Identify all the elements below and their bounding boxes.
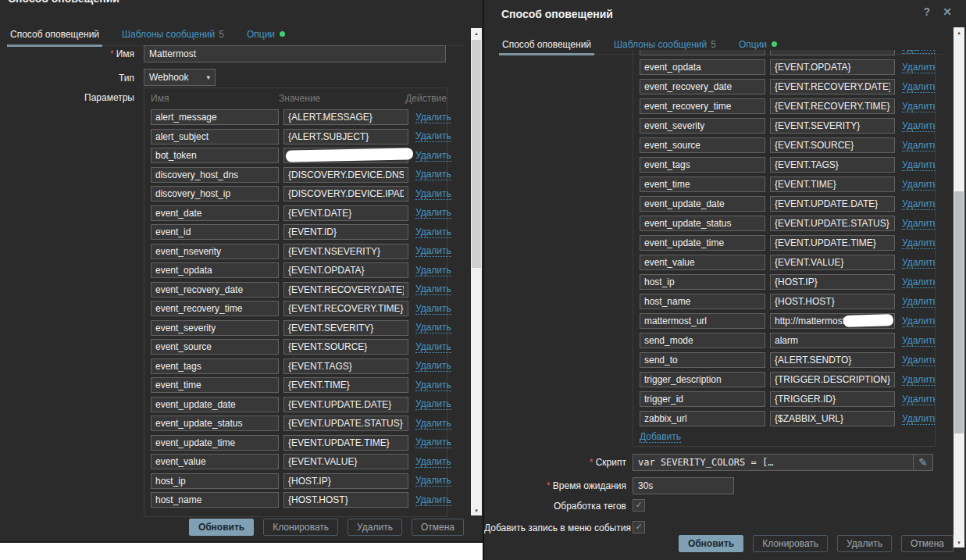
delete-param-link[interactable]: Удалить [415, 226, 451, 238]
param-name-input[interactable] [640, 372, 765, 387]
delete-param-link[interactable]: Удалить [902, 394, 936, 405]
param-name-input[interactable] [640, 235, 765, 251]
scroll-down-icon[interactable]: ▾ [471, 505, 482, 515]
param-name-input[interactable] [640, 391, 765, 407]
help-icon[interactable]: ? [923, 5, 930, 18]
delete-param-link[interactable]: Удалить [902, 316, 936, 327]
param-name-input[interactable] [640, 59, 765, 75]
delete-param-link[interactable]: Удалить [902, 179, 936, 191]
tab-media-type[interactable]: Способ оповещений [9, 29, 100, 40]
scroll-up-icon[interactable]: ▴ [954, 27, 964, 37]
param-value-input[interactable] [283, 129, 408, 144]
param-value-input[interactable] [283, 262, 408, 278]
param-name-input[interactable] [151, 186, 279, 202]
param-name-input[interactable] [151, 397, 279, 412]
param-name-input[interactable] [151, 416, 279, 431]
tab-options[interactable]: Опции [246, 29, 286, 40]
type-select[interactable]: Webhook ▾ [144, 69, 216, 86]
delete-param-link[interactable]: Удалить [415, 207, 451, 219]
param-name-input[interactable] [151, 282, 279, 298]
param-value-input[interactable] [770, 235, 895, 251]
scroll-down-icon[interactable]: ▾ [954, 537, 964, 548]
param-value-input[interactable] [770, 137, 895, 153]
clone-button[interactable]: Клонировать [753, 535, 828, 552]
param-name-input[interactable] [640, 79, 765, 95]
scroll-up-icon[interactable]: ▴ [471, 28, 482, 38]
param-name-input[interactable] [151, 301, 279, 316]
param-name-input[interactable] [151, 129, 279, 144]
param-name-input[interactable] [151, 473, 279, 489]
delete-param-link[interactable]: Удалить [415, 456, 451, 468]
add-parameter-link[interactable]: Добавить [640, 431, 681, 443]
param-value-input[interactable] [283, 320, 408, 336]
param-value-input[interactable] [770, 118, 895, 134]
param-value-input[interactable] [770, 333, 895, 348]
param-name-input[interactable] [151, 377, 279, 393]
param-value-input[interactable] [283, 186, 408, 202]
param-name-input[interactable] [640, 274, 765, 290]
update-button[interactable]: Обновить [189, 519, 254, 536]
delete-param-link[interactable]: Удалить [415, 494, 451, 506]
param-name-input[interactable] [151, 454, 279, 469]
delete-param-link[interactable]: Удалить [415, 303, 451, 315]
param-name-input[interactable] [151, 205, 279, 221]
update-button[interactable]: Обновить [679, 535, 743, 552]
scrollbar-thumb[interactable] [472, 40, 481, 268]
close-icon[interactable]: ✕ [943, 5, 952, 18]
param-value-input[interactable] [283, 167, 408, 183]
delete-param-link[interactable]: Удалить [902, 296, 936, 308]
delete-param-link[interactable]: Удалить [415, 130, 451, 142]
param-name-input[interactable] [640, 98, 765, 114]
tab-media-type[interactable]: Способ оповещений [501, 39, 592, 50]
delete-param-link[interactable]: Удалить [902, 218, 936, 230]
param-name-input[interactable] [640, 196, 765, 212]
param-value-input[interactable] [283, 282, 408, 298]
param-value-input[interactable] [770, 352, 895, 368]
delete-param-link[interactable]: Удалить [415, 169, 451, 180]
delete-param-link[interactable]: Удалить [902, 374, 936, 386]
delete-button[interactable]: Удалить [348, 519, 402, 536]
delete-param-link[interactable]: Удалить [415, 265, 451, 276]
delete-param-link[interactable]: Удалить [902, 198, 936, 210]
param-value-input[interactable] [770, 274, 895, 290]
delete-param-link[interactable]: Удалить [415, 341, 451, 353]
scrollbar-thumb[interactable] [954, 191, 964, 433]
param-name-input[interactable] [151, 224, 279, 240]
param-value-input[interactable] [283, 244, 408, 259]
delete-param-link[interactable]: Удалить [415, 398, 451, 410]
param-value-input[interactable] [283, 454, 408, 469]
param-name-input[interactable] [151, 358, 279, 374]
delete-param-link[interactable]: Удалить [902, 257, 936, 269]
param-name-input[interactable] [640, 177, 765, 192]
param-name-input[interactable] [640, 352, 765, 368]
param-name-input[interactable] [151, 435, 279, 451]
delete-param-link[interactable]: Удалить [415, 112, 451, 123]
delete-button[interactable]: Удалить [837, 535, 892, 552]
delete-param-link[interactable]: Удалить [415, 150, 451, 162]
timeout-input[interactable] [633, 477, 734, 494]
delete-param-link[interactable]: Удалить [415, 245, 451, 257]
param-value-input[interactable] [283, 473, 408, 489]
delete-param-link[interactable]: Удалить [902, 355, 936, 366]
param-value-input[interactable] [283, 416, 408, 431]
param-value-input[interactable] [770, 98, 895, 114]
delete-param-link[interactable]: Удалить [902, 413, 936, 425]
delete-param-link[interactable]: Удалить [902, 101, 936, 112]
delete-param-link[interactable]: Удалить [902, 140, 936, 152]
param-name-input[interactable] [640, 50, 765, 55]
delete-param-link[interactable]: Удалить [902, 120, 936, 132]
delete-param-link[interactable]: Удалить [415, 360, 451, 372]
delete-param-link[interactable]: Удалить [902, 50, 936, 54]
param-value-input[interactable] [283, 301, 408, 316]
param-name-input[interactable] [640, 255, 765, 270]
process-tags-checkbox[interactable]: ✓ [633, 499, 645, 512]
delete-param-link[interactable]: Удалить [415, 380, 451, 391]
param-value-input[interactable] [770, 157, 895, 173]
event-menu-entry-checkbox[interactable]: ✓ [633, 521, 645, 533]
param-name-input[interactable] [640, 157, 765, 173]
delete-param-link[interactable]: Удалить [415, 322, 451, 334]
param-value-input[interactable] [283, 397, 408, 412]
param-value-input[interactable] [283, 205, 408, 221]
tab-message-templates[interactable]: Шаблоны сообщений5 [121, 29, 225, 40]
param-name-input[interactable] [640, 118, 765, 134]
